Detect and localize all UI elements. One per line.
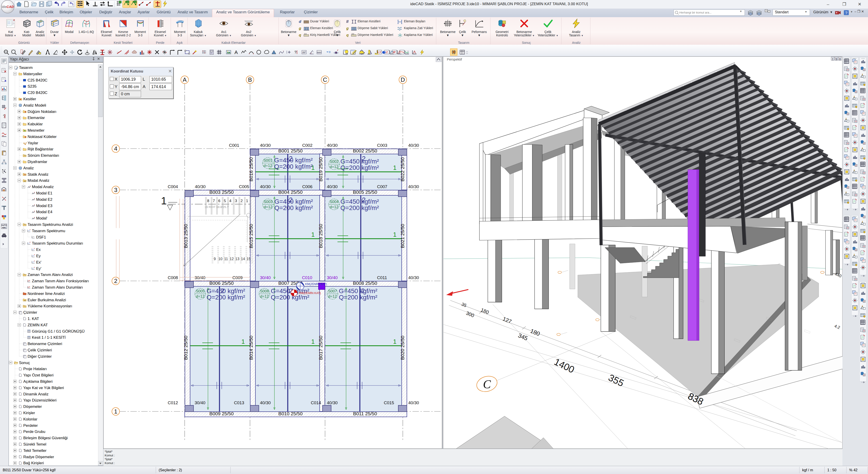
svg-text:2: 2 — [241, 199, 243, 203]
svg-text:Materyaller: Materyaller — [23, 72, 42, 76]
svg-text:Q=200 kgf/m²: Q=200 kgf/m² — [274, 163, 313, 170]
svg-text:6: 6 — [218, 199, 220, 203]
svg-text:Ex': Ex' — [36, 260, 41, 265]
svg-text:1: 1 — [311, 338, 315, 345]
svg-text:8: 8 — [207, 199, 209, 203]
svg-text:B017 25/50: B017 25/50 — [318, 336, 323, 360]
svg-text:4.2: 4.2 — [834, 324, 841, 330]
svg-text:G=450 kgf/m²: G=450 kgf/m² — [274, 198, 313, 205]
svg-text:C014: C014 — [311, 400, 321, 405]
svg-text:Görünüş G1 / G1 GÖRÜNÜŞÜ: Görünüş G1 / G1 GÖRÜNÜŞÜ — [32, 329, 85, 334]
svg-text:A: A — [183, 76, 187, 83]
svg-text:C006: C006 — [302, 184, 312, 189]
svg-text:Betonarme Çizimleri: Betonarme Çizimleri — [28, 342, 62, 346]
svg-text:ZEMİN KAT: ZEMİN KAT — [28, 323, 48, 327]
svg-text:Kabuklar: Kabuklar — [28, 122, 43, 126]
svg-text:B019 25/50: B019 25/50 — [318, 157, 323, 181]
svg-text:d=12: d=12 — [328, 294, 337, 299]
svg-text:C010: C010 — [302, 275, 312, 280]
svg-text:G=450 kgf/m²: G=450 kgf/m² — [340, 158, 379, 165]
svg-text:Çizimler: Çizimler — [23, 310, 37, 314]
svg-text:B020 25/50: B020 25/50 — [400, 336, 405, 360]
svg-text:C003: C003 — [377, 143, 387, 148]
svg-text:A: A — [839, 57, 841, 60]
svg-text:Noktasal Kütleler: Noktasal Kütleler — [28, 135, 57, 139]
svg-text:40/30: 40/30 — [408, 275, 419, 280]
svg-text:Ex: Ex — [36, 247, 41, 252]
svg-text:35: 35 — [461, 302, 467, 308]
svg-text:40/30: 40/30 — [408, 400, 419, 405]
svg-text:30/40: 30/40 — [195, 275, 206, 280]
svg-text:C005: C005 — [239, 184, 249, 189]
svg-text:Modal E2: Modal E2 — [36, 197, 53, 202]
svg-text:Tekil Temeller: Tekil Temeller — [23, 448, 46, 453]
svg-text:Ey: Ey — [36, 254, 41, 258]
svg-text:1: 1 — [311, 231, 315, 238]
svg-text:3: 3 — [114, 187, 117, 193]
svg-text:40/30: 40/30 — [195, 184, 206, 189]
svg-text:C009: C009 — [232, 275, 243, 280]
svg-text:C20 B420C: C20 B420C — [28, 91, 48, 95]
svg-text:10: 10 — [218, 257, 222, 261]
svg-text:C: C — [483, 378, 491, 391]
svg-text:Sürekli Temel: Sürekli Temel — [23, 442, 46, 446]
svg-text:S235: S235 — [28, 84, 37, 89]
svg-text:C012: C012 — [168, 400, 178, 405]
svg-text:14: 14 — [241, 257, 245, 261]
svg-text:Nonlineer İtme Analizi: Nonlineer İtme Analizi — [28, 292, 65, 296]
svg-text:d=12: d=12 — [264, 164, 272, 168]
svg-text:d=12: d=12 — [330, 165, 338, 169]
svg-text:B002 25/50: B002 25/50 — [353, 148, 377, 153]
svg-text:Q=200 kgf/m²: Q=200 kgf/m² — [339, 294, 377, 301]
svg-text:B: B — [248, 76, 252, 83]
svg-text:C008: C008 — [168, 275, 178, 280]
svg-text:Zaman Tanım Alanı Fonksiyonlar: Zaman Tanım Alanı Fonksiyonları — [32, 279, 89, 283]
svg-text:Zaman Tanım Alanı Analizi: Zaman Tanım Alanı Analizi — [28, 273, 73, 277]
svg-text:RM(ZEMİN KAT): RM(ZEMİN KAT) — [299, 291, 321, 295]
svg-text:30/40: 30/40 — [327, 275, 338, 280]
svg-text:Kirişler: Kirişler — [23, 411, 35, 415]
svg-text:Sönüm Elemanları: Sönüm Elemanları — [28, 153, 59, 158]
svg-text:Modal Analiz: Modal Analiz — [28, 178, 49, 183]
svg-text:Diğer Çizimler: Diğer Çizimler — [28, 354, 52, 359]
svg-text:1400: 1400 — [553, 357, 576, 375]
svg-text:B011 25/50: B011 25/50 — [353, 411, 377, 416]
svg-text::Z: :Z — [385, 51, 388, 54]
svg-text:11: 11 — [224, 257, 228, 261]
svg-text:B004 25/50: B004 25/50 — [278, 190, 303, 195]
svg-text:40/30: 40/30 — [260, 184, 271, 189]
svg-text:1. KAT: 1. KAT — [28, 316, 39, 321]
svg-text:KM(ZEMİN KAT): KM(ZEMİN KAT) — [305, 282, 327, 286]
svg-text:Kesitler: Kesitler — [23, 97, 36, 101]
svg-text:7: 7 — [213, 199, 215, 203]
svg-text:40/30: 40/30 — [408, 143, 419, 148]
svg-text:Q=200 kgf/m²: Q=200 kgf/m² — [340, 204, 379, 211]
svg-text:C25 B420C: C25 B420C — [28, 78, 48, 82]
svg-text:Diyaframlar: Diyaframlar — [28, 160, 47, 164]
svg-text:1: 1 — [161, 195, 167, 207]
svg-text:mm²: mm² — [317, 51, 322, 54]
svg-text:Modal E3: Modal E3 — [36, 204, 53, 208]
svg-text:B015 25/50: B015 25/50 — [248, 224, 254, 248]
svg-text:Yaylar: Yaylar — [28, 141, 38, 145]
svg-text:G=450 kgf/m²: G=450 kgf/m² — [339, 287, 377, 295]
svg-text:B021 25/50: B021 25/50 — [400, 224, 405, 248]
svg-text:3: 3 — [235, 199, 237, 203]
svg-text:A: A — [235, 49, 238, 55]
svg-text:Açıklama Bilgileri: Açıklama Bilgileri — [23, 379, 53, 384]
svg-text:Q=200 kgf/m²: Q=200 kgf/m² — [340, 164, 379, 171]
svg-text:Y: Y — [832, 57, 834, 60]
svg-text:40/30: 40/30 — [260, 400, 271, 405]
svg-text:?: ? — [313, 51, 314, 53]
svg-text:440: 440 — [834, 272, 842, 278]
svg-text:Modal': Modal' — [36, 216, 48, 221]
svg-text:Kesit 1 / 1-1 KESİTİ: Kesit 1 / 1-1 KESİTİ — [32, 335, 66, 340]
svg-text:1: 1 — [114, 408, 117, 415]
svg-text:15: 15 — [247, 257, 251, 261]
svg-text:S003: S003 — [264, 200, 273, 204]
svg-text:B005 25/50: B005 25/50 — [353, 190, 377, 195]
svg-text:d=12: d=12 — [330, 205, 338, 209]
svg-text:Q=200 kgf/m²: Q=200 kgf/m² — [271, 294, 309, 301]
svg-text:C011: C011 — [377, 275, 387, 280]
svg-text:9: 9 — [214, 257, 216, 261]
